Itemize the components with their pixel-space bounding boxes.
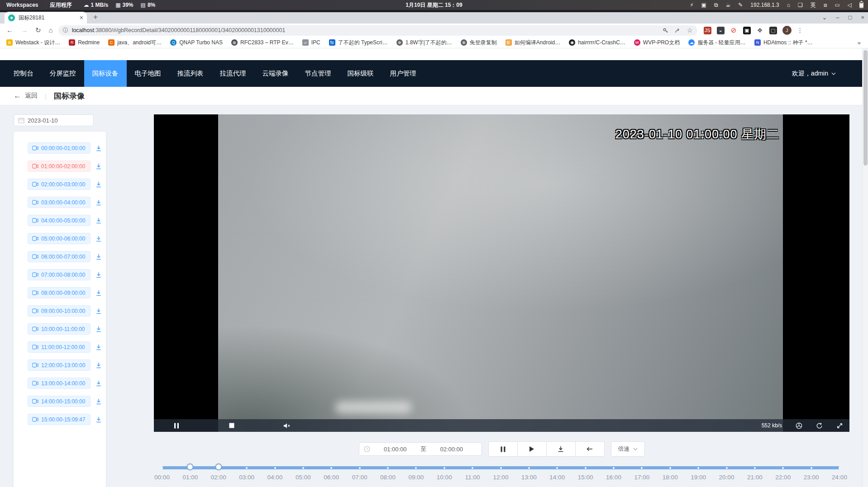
bookmark-compile-android[interactable]: 蚁 如何编译Android…	[506, 39, 560, 47]
bookmark-hdatmos[interactable]: N HDAtmos :: 种子 *…	[754, 39, 813, 47]
scrollbar-thumb[interactable]	[863, 50, 868, 165]
date-picker-input[interactable]: 2023-01-10	[14, 114, 94, 126]
bookmark-qnap[interactable]: Q QNAP Turbo NAS	[170, 39, 223, 46]
workspaces-button[interactable]: Workspaces	[6, 2, 38, 8]
password-key-icon[interactable]	[663, 28, 668, 33]
bookmark-rfc2833[interactable]: ◍ RFC2833 – RTP Ev…	[231, 39, 294, 46]
nav-item-push-list[interactable]: 推流列表	[169, 60, 212, 87]
timeline[interactable]: 00:0001:0002:0003:0004:0005:0006:0007:00…	[162, 464, 839, 484]
launcher-icon[interactable]: ⚡	[690, 2, 693, 8]
bookmark-ipc-folder[interactable]: ▱ IPC	[302, 39, 320, 46]
record-segment-button[interactable]: 14:00:00-15:00:00	[28, 396, 91, 407]
bookmark-java-android[interactable]: C java、android可…	[108, 39, 162, 47]
back-icon[interactable]: ←	[6, 26, 13, 34]
record-download-button[interactable]	[95, 163, 102, 170]
coffee-icon[interactable]: ☕	[726, 2, 731, 8]
record-segment-button[interactable]: 07:00:00-08:00:00	[28, 269, 91, 280]
record-download-button[interactable]	[95, 362, 102, 369]
record-download-button[interactable]	[95, 326, 102, 332]
clipboard-icon[interactable]: ⧉	[714, 2, 718, 8]
bookmark-wvp-doc[interactable]: W WVP-PRO文档	[634, 39, 680, 47]
bookmark-zhihu-typescript[interactable]: 知 了不起的 TypeScri…	[329, 39, 388, 47]
forward-icon[interactable]: →	[21, 26, 28, 34]
start-time-input[interactable]: 01:00:00	[370, 446, 421, 453]
bookmark-star-icon[interactable]: ☆	[687, 27, 693, 34]
nav-item-node-manage[interactable]: 节点管理	[297, 60, 339, 87]
window-maximize-icon[interactable]: □	[849, 14, 852, 21]
windows-icon[interactable]: ❏	[798, 2, 803, 8]
bookmark-redmine[interactable]: R Redmine	[69, 39, 100, 46]
site-info-icon[interactable]: ⓘ	[63, 27, 68, 34]
time-range-picker[interactable]: 01:00:00 至 02:00:00	[359, 442, 482, 456]
ext-blocker-icon[interactable]: ⊘	[730, 27, 738, 34]
record-download-button[interactable]	[95, 416, 102, 423]
browser-menu-icon[interactable]: ⋮	[797, 27, 803, 34]
applications-button[interactable]: 应用程序	[50, 1, 72, 9]
share-icon[interactable]	[675, 28, 681, 33]
browser-tab[interactable]: ◈ 国标28181 ×	[5, 12, 87, 24]
end-time-input[interactable]: 02:00:00	[426, 446, 477, 453]
ext-js-icon[interactable]: JS	[704, 27, 711, 34]
home-icon[interactable]: ⌂	[787, 2, 790, 8]
ime-indicator[interactable]: 英	[811, 1, 816, 9]
record-download-button[interactable]	[95, 181, 102, 188]
record-download-button[interactable]	[95, 398, 102, 405]
record-segment-button[interactable]: 08:00:00-09:00:00	[28, 287, 91, 298]
refresh-icon[interactable]	[816, 422, 823, 429]
record-download-button[interactable]	[95, 199, 102, 206]
record-download-button[interactable]	[95, 290, 102, 296]
record-download-button[interactable]	[95, 236, 102, 242]
record-segment-button[interactable]: 12:00:00-13:00:00	[28, 359, 91, 371]
user-menu[interactable]: 欢迎，admin	[792, 70, 862, 78]
ext-drink-icon[interactable]: ◒	[717, 27, 725, 34]
record-segment-button[interactable]: 02:00:00-03:00:00	[28, 179, 91, 190]
record-download-button[interactable]	[95, 308, 102, 314]
back-arrow-icon[interactable]: ←	[14, 91, 21, 100]
fullscreen-icon[interactable]	[836, 422, 843, 429]
record-download-button[interactable]	[95, 272, 102, 278]
pause-button[interactable]	[488, 441, 518, 457]
player-stop-button[interactable]	[229, 419, 234, 432]
record-download-button[interactable]	[95, 344, 102, 350]
play-button[interactable]	[517, 441, 547, 457]
record-download-button[interactable]	[95, 217, 102, 224]
record-segment-button[interactable]: 05:00:00-06:00:00	[28, 233, 91, 244]
bookmark-free-copy[interactable]: ⊕ 免登录复制	[461, 39, 497, 47]
window-minimize-icon[interactable]: –	[836, 14, 839, 21]
notification-icon[interactable]: ▣	[701, 2, 706, 8]
player-mute-button[interactable]	[283, 419, 290, 432]
timeline-handle[interactable]	[187, 463, 194, 470]
bookmarks-overflow-chevron[interactable]: »	[858, 39, 868, 46]
speed-dropdown[interactable]: 倍速	[611, 441, 645, 457]
record-segment-button[interactable]: 06:00:00-07:00:00	[28, 251, 91, 262]
record-download-button[interactable]	[95, 254, 102, 260]
download-button[interactable]	[546, 441, 576, 457]
record-segment-button[interactable]: 00:00:00-01:00:00	[28, 142, 91, 154]
ext-screenshot-icon[interactable]: ▣	[743, 27, 751, 34]
reload-icon[interactable]: ↻	[35, 26, 41, 34]
record-download-button[interactable]	[95, 145, 102, 151]
browser-scrollbar[interactable]	[862, 48, 868, 487]
back-button[interactable]: 返回	[25, 92, 38, 100]
tab-close-icon[interactable]: ×	[80, 14, 83, 21]
nav-item-cloud-record[interactable]: 云端录像	[254, 60, 297, 87]
nav-item-user-manage[interactable]: 用户管理	[382, 60, 424, 87]
nav-item-gb-cascade[interactable]: 国标级联	[339, 60, 382, 87]
nav-item-gb-device[interactable]: 国标设备	[84, 60, 127, 87]
new-tab-button[interactable]: +	[93, 13, 98, 22]
nav-item-split-monitor[interactable]: 分屏监控	[42, 60, 84, 87]
home-icon[interactable]: ⌂	[49, 26, 53, 34]
phonelink-icon[interactable]: ⧈	[824, 2, 827, 8]
display-icon[interactable]: ▭	[835, 2, 839, 8]
nav-item-pull-proxy[interactable]: 拉流代理	[212, 60, 254, 87]
volume-icon[interactable]: ◁	[848, 2, 852, 8]
tab-search-icon[interactable]: ⌄	[822, 14, 827, 21]
nav-item-e-map[interactable]: 电子地图	[127, 60, 169, 87]
timeline-handle[interactable]	[215, 463, 222, 470]
bookmark-18wzi[interactable]: ⊕ 1.8W字|了不起的…	[396, 39, 452, 47]
record-segment-button[interactable]: 09:00:00-10:00:00	[28, 305, 91, 317]
record-segment-button[interactable]: 03:00:00-04:00:00	[28, 197, 91, 208]
video-player[interactable]: 2023-01-10 01:00:00 星期二 552 kb/s	[154, 114, 849, 432]
nav-item-console[interactable]: 控制台	[5, 60, 42, 87]
window-close-icon[interactable]: ×	[861, 14, 864, 21]
